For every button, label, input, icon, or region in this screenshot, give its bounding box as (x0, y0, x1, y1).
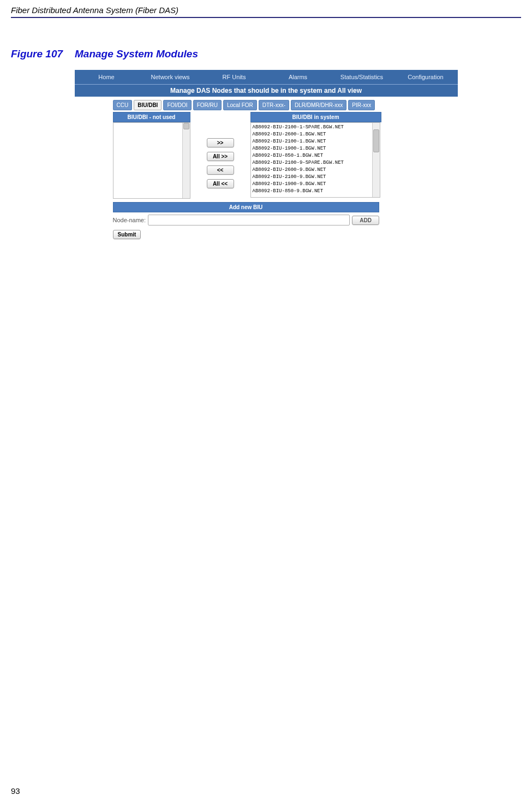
figure-title: Manage System Modules (75, 48, 198, 60)
list-item[interactable]: AB8092-BIU-850-9.BGW.NET (253, 188, 378, 195)
all-left-button[interactable]: All << (207, 179, 234, 188)
node-name-input[interactable] (148, 215, 350, 226)
panel-header-not-used: BIU/DBI - not used (113, 112, 190, 122)
nav-status[interactable]: Status/Statistics (330, 70, 394, 84)
tab-biu-dbi[interactable]: BIU/DBI (134, 100, 162, 110)
all-right-button[interactable]: All >> (207, 152, 234, 161)
submit-button[interactable]: Submit (113, 230, 141, 239)
move-buttons: >> All >> << All << (190, 122, 250, 199)
figure-caption: Figure 107Manage System Modules (11, 48, 521, 60)
tab-foi-doi[interactable]: FOI/DOI (163, 100, 191, 110)
page-number: 93 (11, 786, 20, 796)
tab-row: CCU BIU/DBI FOI/DOI FOR/RU Local FOR DTR… (75, 97, 458, 110)
add-button[interactable]: ADD (352, 216, 379, 225)
tab-dlr[interactable]: DLR/DMR/DHR-xxx (291, 100, 346, 110)
tab-local-for[interactable]: Local FOR (223, 100, 257, 110)
nav-network-views[interactable]: Network views (139, 70, 202, 84)
top-nav: Home Network views RF Units Alarms Statu… (75, 70, 458, 84)
listbox-not-used[interactable] (113, 122, 190, 199)
nav-alarms[interactable]: Alarms (266, 70, 330, 84)
screenshot: Home Network views RF Units Alarms Statu… (75, 70, 458, 239)
scrollbar-thumb[interactable] (183, 123, 189, 129)
document-header: Fiber Distributed Antenna System (Fiber … (11, 5, 521, 18)
list-item[interactable]: AB8092-BIU-2600-1.BGW.NET (253, 131, 378, 138)
list-item[interactable]: AB8092-BIU-850-1.BGW.NET (253, 152, 378, 159)
list-item[interactable]: AB8092-BIU-2100-9.BGW.NET (253, 174, 378, 181)
list-item[interactable]: AB8092-BIU-2600-9.BGW.NET (253, 167, 378, 174)
list-item[interactable]: AB8092-BIU-2100-1-SPARE.BGW.NET (253, 124, 378, 131)
scrollbar-right[interactable] (372, 123, 380, 197)
nav-config[interactable]: Configuration (394, 70, 458, 84)
banner: Manage DAS Nodes that should be in the s… (75, 84, 458, 97)
tab-dtr[interactable]: DTR-xxx- (259, 100, 289, 110)
nav-rf-units[interactable]: RF Units (202, 70, 266, 84)
tab-ccu[interactable]: CCU (113, 100, 133, 110)
tab-pir[interactable]: PIR-xxx (348, 100, 375, 110)
scrollbar-left[interactable] (182, 123, 190, 198)
panel-header-in-system: BIU/DBI in system (250, 112, 381, 122)
move-right-button[interactable]: >> (207, 138, 234, 147)
node-name-label: Node-name: (113, 217, 146, 223)
move-left-button[interactable]: << (207, 165, 234, 175)
scrollbar-thumb[interactable] (373, 129, 379, 152)
list-item[interactable]: AB8092-BIU-1900-1.BGW.NET (253, 145, 378, 152)
list-item[interactable]: AB8092-BIU-2100-9-SPARE.BGW.NET (253, 159, 378, 167)
list-item[interactable]: AB8092-BIU-1900-9.BGW.NET (253, 181, 378, 188)
list-item[interactable]: AB8092-BIU-2100-1.BGW.NET (253, 138, 378, 145)
tab-for-ru[interactable]: FOR/RU (193, 100, 222, 110)
listbox-in-system[interactable]: AB8092-BIU-2100-1-SPARE.BGW.NET AB8092-B… (250, 122, 380, 198)
figure-label: Figure 107 (11, 48, 63, 60)
nav-home[interactable]: Home (75, 70, 139, 84)
add-section-header: Add new BIU (113, 202, 379, 212)
